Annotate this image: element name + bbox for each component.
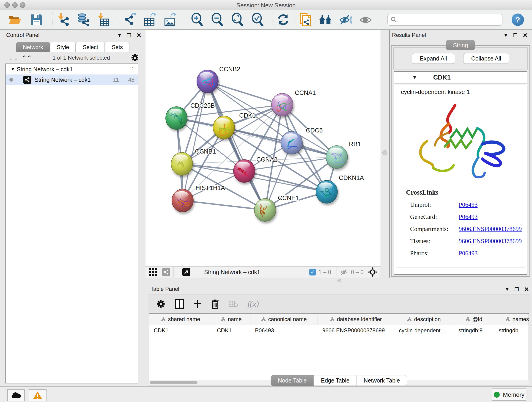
splitter-handle[interactable] bbox=[382, 150, 387, 155]
hide-selected-button[interactable] bbox=[339, 13, 352, 26]
table-cell[interactable]: P06493 bbox=[250, 325, 318, 336]
cloud-button[interactable] bbox=[7, 389, 25, 401]
panel-menu-icon[interactable]: ▼ bbox=[504, 33, 508, 38]
edge-HIST1H1A-CCNE1[interactable] bbox=[183, 201, 265, 210]
float-panel-icon[interactable]: ❐ bbox=[513, 32, 518, 38]
network-collection-row[interactable]: ▼ String Network – cdk1 1 bbox=[6, 64, 138, 75]
gear-icon[interactable] bbox=[131, 54, 139, 62]
collapse-triangle-icon[interactable]: ▼ bbox=[412, 75, 417, 80]
zoom-in-button[interactable] bbox=[190, 13, 204, 26]
expand-all-button[interactable]: Expand All bbox=[412, 53, 455, 64]
collapse-all-icon[interactable]: ⌄⌄ bbox=[8, 54, 19, 61]
results-panel-splitter[interactable] bbox=[380, 30, 390, 283]
table-cell[interactable]: stringdb bbox=[494, 325, 529, 336]
edge-CCNB2-CCNA1[interactable] bbox=[208, 81, 282, 105]
gear-icon[interactable] bbox=[156, 299, 165, 308]
node-CCNE1[interactable] bbox=[254, 198, 276, 221]
save-session-button[interactable] bbox=[30, 13, 43, 26]
close-panel-icon[interactable]: ✕ bbox=[524, 286, 529, 293]
show-all-networks-button[interactable] bbox=[319, 13, 332, 26]
table-cell[interactable]: CDK1 bbox=[149, 325, 212, 336]
help-button[interactable]: ? bbox=[512, 13, 524, 26]
close-panel-icon[interactable]: ✕ bbox=[136, 32, 141, 39]
column-header-namespace[interactable]: namespace bbox=[494, 314, 529, 325]
search-input[interactable] bbox=[397, 16, 502, 23]
title-bar[interactable]: Session: New Session bbox=[0, 0, 532, 10]
node-CDKN1A[interactable] bbox=[316, 180, 337, 203]
node-table[interactable]: shared namenamecanonical namedatabase id… bbox=[149, 313, 529, 380]
crosslink-link[interactable]: P06493 bbox=[459, 213, 478, 220]
warnings-button[interactable] bbox=[29, 389, 46, 401]
collapse-triangle-icon[interactable]: ▼ bbox=[11, 67, 17, 72]
collapse-all-button[interactable]: Collapse All bbox=[463, 53, 509, 64]
zoom-out-button[interactable] bbox=[210, 13, 224, 26]
node-CCNA1[interactable] bbox=[272, 93, 293, 116]
tab-network-table[interactable]: Network Table bbox=[356, 375, 407, 386]
delete-column-icon[interactable] bbox=[211, 299, 219, 309]
crosslink-link[interactable]: P06493 bbox=[459, 250, 478, 257]
tab-edge-table[interactable]: Edge Table bbox=[314, 375, 357, 386]
node-CCNB1[interactable] bbox=[171, 153, 193, 175]
show-hidden-button[interactable] bbox=[359, 13, 372, 26]
column-header-description[interactable]: description bbox=[394, 314, 454, 325]
birds-eye-view-icon[interactable] bbox=[182, 268, 190, 276]
tab-select[interactable]: Select bbox=[76, 42, 105, 52]
node-CDC25B[interactable] bbox=[166, 107, 187, 129]
float-panel-icon[interactable]: ❐ bbox=[514, 287, 519, 293]
string-view-icon[interactable] bbox=[162, 268, 170, 276]
column-header-database-identifier[interactable]: database identifier bbox=[318, 314, 394, 325]
crosslink-link[interactable]: P06493 bbox=[459, 201, 478, 208]
column-header-name[interactable]: name bbox=[212, 314, 250, 325]
node-CCNA2[interactable] bbox=[234, 160, 255, 182]
add-column-icon[interactable] bbox=[193, 299, 202, 308]
close-panel-icon[interactable]: ✕ bbox=[523, 32, 528, 39]
grid-view-icon[interactable] bbox=[149, 268, 158, 277]
node-CDK1[interactable] bbox=[213, 116, 234, 139]
column-header-canonical-name[interactable]: canonical name bbox=[250, 314, 318, 325]
table-cell[interactable]: cyclin-dependent ... bbox=[394, 325, 454, 336]
search-field[interactable] bbox=[387, 14, 502, 26]
tab-sets[interactable]: Sets bbox=[105, 42, 129, 52]
crosshair-icon[interactable] bbox=[368, 267, 377, 277]
tab-style[interactable]: Style bbox=[50, 42, 76, 52]
column-header-shared-name[interactable]: shared name bbox=[149, 314, 212, 325]
tab-network[interactable]: Network bbox=[16, 42, 50, 52]
zoom-fit-button[interactable] bbox=[231, 13, 244, 26]
node-CCNB2[interactable] bbox=[197, 70, 218, 93]
table-cell[interactable]: 9606.ENSP00000378699 bbox=[318, 325, 394, 336]
selected-checkbox-icon[interactable]: ✓ bbox=[309, 269, 316, 275]
protein-card-header[interactable]: ▼ CDK1 bbox=[394, 72, 527, 84]
scrollbar-thumb[interactable] bbox=[150, 381, 197, 384]
select-columns-icon[interactable] bbox=[175, 299, 184, 309]
crosslink-link[interactable]: 9606.ENSP00000378699 bbox=[459, 238, 522, 245]
node-CDC6[interactable] bbox=[281, 131, 302, 154]
copy-network-style-button[interactable] bbox=[298, 13, 312, 26]
splitter-handle[interactable] bbox=[337, 279, 341, 282]
export-image-button[interactable] bbox=[164, 13, 177, 26]
import-table-button[interactable] bbox=[97, 13, 110, 26]
table-cell[interactable]: stringdb:9... bbox=[454, 325, 494, 336]
zoom-selected-button[interactable] bbox=[251, 13, 264, 26]
table-cell[interactable]: CDK1 bbox=[212, 325, 250, 336]
export-table-button[interactable] bbox=[144, 13, 157, 26]
import-network-from-database-button[interactable] bbox=[77, 13, 90, 26]
table-row[interactable]: CDK1CDK1P064939606.ENSP00000378699cyclin… bbox=[149, 325, 529, 336]
edge-CCNB2-HIST1H1A[interactable] bbox=[183, 81, 208, 201]
open-session-button[interactable] bbox=[8, 13, 21, 26]
export-network-button[interactable] bbox=[123, 13, 137, 26]
apply-layout-button[interactable] bbox=[277, 13, 290, 26]
memory-button[interactable]: Memory bbox=[492, 389, 526, 401]
network-row[interactable]: String Network – cdk1 11 48 bbox=[6, 75, 138, 85]
expand-all-icon[interactable]: ⌃⌃ bbox=[22, 54, 32, 61]
node-RB1[interactable] bbox=[326, 146, 348, 168]
panel-menu-icon[interactable]: ▼ bbox=[117, 33, 122, 38]
node-HIST1H1A[interactable] bbox=[172, 189, 193, 212]
import-network-button[interactable] bbox=[57, 13, 70, 26]
column-header--id[interactable]: @id bbox=[454, 314, 494, 325]
network-canvas[interactable]: CCNB2CCNA1CDC25BCDK1CDC6RB1CCNB1CCNA2CDK… bbox=[146, 30, 380, 266]
tab-node-table[interactable]: Node Table bbox=[271, 375, 314, 386]
tab-string[interactable]: String bbox=[446, 40, 475, 50]
float-panel-icon[interactable]: ❐ bbox=[127, 32, 131, 38]
crosslink-link[interactable]: 9606.ENSP00000378699 bbox=[459, 225, 522, 233]
panel-menu-icon[interactable]: ▼ bbox=[505, 287, 510, 292]
